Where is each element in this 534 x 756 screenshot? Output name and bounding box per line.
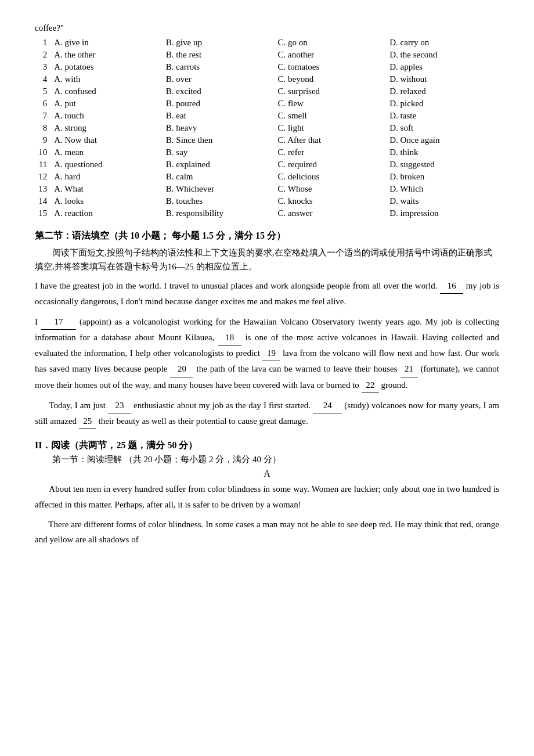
mcq-option-b: B. excited (164, 85, 276, 98)
mcq-option-c: C. beyond (276, 73, 388, 85)
mcq-row: 8 A. strong B. heavy C. light D. soft (35, 122, 499, 134)
mcq-num: 11 (35, 159, 52, 171)
mcq-option-a: A. looks (52, 195, 164, 207)
reading-section-a: A (35, 469, 499, 479)
mcq-option-a: A. reaction (52, 207, 164, 219)
mcq-row: 13 A. What B. Whichever C. Whose D. Whic… (35, 183, 499, 195)
mcq-option-c: C. tomatoes (276, 61, 388, 73)
mcq-num: 5 (35, 85, 52, 98)
mcq-option-c: C. refer (276, 146, 388, 159)
mcq-num: 12 (35, 171, 52, 183)
mcq-option-d: D. picked (387, 98, 499, 110)
mcq-option-b: B. carrots (164, 61, 276, 73)
mcq-option-d: D. Which (387, 183, 499, 195)
mcq-option-c: C. flew (276, 98, 388, 110)
mcq-row: 10 A. mean B. say C. refer D. think (35, 146, 499, 159)
passage-a-p1: About ten men in every hundred suffer fr… (35, 481, 499, 512)
mcq-num: 9 (35, 134, 52, 146)
mcq-option-c: C. answer (276, 207, 388, 219)
mcq-option-a: A. put (52, 98, 164, 110)
mcq-option-b: B. calm (164, 171, 276, 183)
mcq-option-a: A. confused (52, 85, 164, 98)
mcq-option-d: D. taste (387, 110, 499, 122)
mcq-option-c: C. another (276, 49, 388, 61)
mcq-option-c: C. required (276, 159, 388, 171)
mcq-option-c: C. Whose (276, 183, 388, 195)
mcq-option-d: D. without (387, 73, 499, 85)
reading-header: II．阅读（共两节，25 题，满分 50 分） (35, 440, 499, 452)
mcq-option-d: D. soft (387, 122, 499, 134)
mcq-row: 4 A. with B. over C. beyond D. without (35, 73, 499, 85)
mcq-option-a: A. Now that (52, 134, 164, 146)
mcq-option-a: A. potatoes (52, 61, 164, 73)
mcq-option-a: A. give in (52, 37, 164, 49)
mcq-option-c: C. go on (276, 37, 388, 49)
mcq-option-b: B. eat (164, 110, 276, 122)
mcq-row: 7 A. touch B. eat C. smell D. taste (35, 110, 499, 122)
mcq-option-c: C. surprised (276, 85, 388, 98)
mcq-option-b: B. Since then (164, 134, 276, 146)
mcq-num: 10 (35, 146, 52, 159)
mcq-option-c: C. knocks (276, 195, 388, 207)
mcq-row: 11 A. questioned B. explained C. require… (35, 159, 499, 171)
section2-instruction: 阅读下面短文,按照句子结构的语法性和上下文连贯的要求,在空格处填入一个适当的词或… (35, 246, 499, 273)
mcq-option-b: B. say (164, 146, 276, 159)
mcq-num: 2 (35, 49, 52, 61)
mcq-option-a: A. questioned (52, 159, 164, 171)
mcq-option-b: B. give up (164, 37, 276, 49)
mcq-num: 6 (35, 98, 52, 110)
blank-23: 23 (108, 398, 131, 413)
intro-text: coffee?" (35, 23, 499, 33)
mcq-option-b: B. Whichever (164, 183, 276, 195)
blank-18: 18 (218, 330, 241, 345)
mcq-option-d: D. broken (387, 171, 499, 183)
mcq-num: 15 (35, 207, 52, 219)
mcq-num: 4 (35, 73, 52, 85)
mcq-row: 12 A. hard B. calm C. delicious D. broke… (35, 171, 499, 183)
section2-header: 第二节：语法填空（共 10 小题； 每小题 1.5 分，满分 15 分） (35, 230, 499, 242)
mcq-option-b: B. the rest (164, 49, 276, 61)
mcq-option-b: B. explained (164, 159, 276, 171)
mcq-option-d: D. impression (387, 207, 499, 219)
mcq-option-a: A. the other (52, 49, 164, 61)
blank-19: 19 (262, 345, 280, 361)
mcq-num: 8 (35, 122, 52, 134)
passage1-p2: I 17 (appoint) as a volcanologist workin… (35, 314, 499, 393)
mcq-option-b: B. over (164, 73, 276, 85)
mcq-option-d: D. think (387, 146, 499, 159)
mcq-num: 14 (35, 195, 52, 207)
mcq-option-c: C. After that (276, 134, 388, 146)
mcq-row: 2 A. the other B. the rest C. another D.… (35, 49, 499, 61)
mcq-row: 6 A. put B. poured C. flew D. picked (35, 98, 499, 110)
passage1-p3: Today, I am just 23 enthusiastic about m… (35, 398, 499, 430)
mcq-row: 3 A. potatoes B. carrots C. tomatoes D. … (35, 61, 499, 73)
blank-22: 22 (362, 377, 379, 393)
blank-21: 21 (400, 361, 418, 377)
mcq-option-d: D. suggested (387, 159, 499, 171)
mcq-option-b: B. responsibility (164, 207, 276, 219)
mcq-option-d: D. Once again (387, 134, 499, 146)
mcq-option-d: D. carry on (387, 37, 499, 49)
blank-16: 16 (440, 278, 463, 294)
mcq-row: 15 A. reaction B. responsibility C. answ… (35, 207, 499, 219)
mcq-option-a: A. What (52, 183, 164, 195)
mcq-option-b: B. heavy (164, 122, 276, 134)
blank-24: 24 (313, 398, 342, 413)
mcq-num: 13 (35, 183, 52, 195)
mcq-option-d: D. waits (387, 195, 499, 207)
mcq-option-d: D. apples (387, 61, 499, 73)
mcq-num: 1 (35, 37, 52, 49)
blank-17: 17 (41, 314, 76, 330)
mcq-option-a: A. with (52, 73, 164, 85)
mcq-row: 14 A. looks B. touches C. knocks D. wait… (35, 195, 499, 207)
mcq-option-a: A. hard (52, 171, 164, 183)
passage-a-p2: There are different forms of color blind… (35, 517, 499, 548)
mcq-option-a: A. touch (52, 110, 164, 122)
mcq-row: 1 A. give in B. give up C. go on D. carr… (35, 37, 499, 49)
reading-sub: 第一节：阅读理解 （共 20 小题；每小题 2 分，满分 40 分） (52, 454, 499, 465)
mcq-option-b: B. poured (164, 98, 276, 110)
mcq-option-a: A. mean (52, 146, 164, 159)
mcq-num: 3 (35, 61, 52, 73)
mcq-option-b: B. touches (164, 195, 276, 207)
mcq-option-d: D. the second (387, 49, 499, 61)
